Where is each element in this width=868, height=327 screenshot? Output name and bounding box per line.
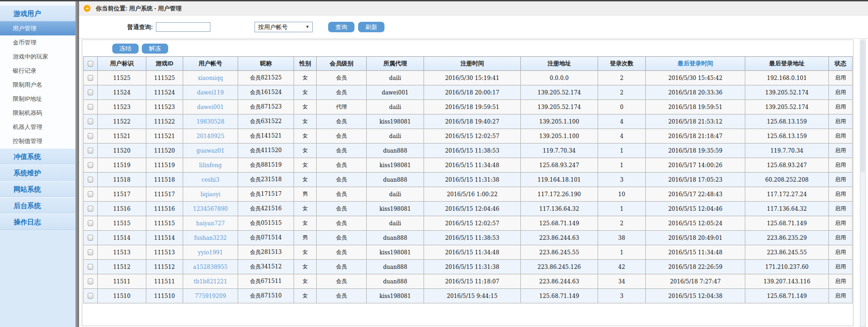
row-checkbox[interactable] [88, 293, 93, 299]
cell-user-account[interactable]: lilinfeng [183, 158, 238, 173]
cell-user-account[interactable]: a152838955 [183, 260, 238, 274]
row-checkbox-cell [84, 100, 98, 114]
user-table-wrap: 用户标识游戏ID用户帐号昵称性别会员级别所属代理注册时间注册地址登录次数最后登录… [83, 56, 852, 303]
cell-agent: duan888 [367, 260, 424, 274]
scrollbar-thumb[interactable] [861, 40, 865, 172]
row-checkbox-cell [84, 71, 98, 85]
cell-user-account[interactable]: fushan3232 [183, 231, 238, 245]
select-all-checkbox[interactable] [88, 61, 93, 67]
row-checkbox[interactable] [88, 89, 93, 95]
cell-status: 启用 [829, 85, 853, 100]
cell-user-id: 11511 [98, 274, 146, 289]
sidebar-item[interactable]: 限制机器码 [0, 106, 75, 120]
refresh-button[interactable]: 刷新 [358, 22, 384, 32]
cell-member-level: 会员 [317, 187, 367, 202]
sidebar-section-header[interactable]: 冲值系统 [0, 148, 75, 164]
row-checkbox[interactable] [88, 162, 93, 168]
cell-user-account[interactable]: 1234567890 [183, 202, 238, 216]
sidebar-section-header[interactable]: 操作日志 [0, 213, 75, 230]
cell-user-account[interactable]: guawaz01 [183, 144, 238, 158]
sidebar-section-header[interactable]: 后台系统 [0, 197, 75, 213]
row-checkbox[interactable] [88, 104, 93, 110]
cell-user-account[interactable]: haiyan727 [183, 216, 238, 231]
cell-user-account[interactable]: yyio1991 [183, 245, 238, 260]
cell-user-account[interactable]: 19830528 [183, 114, 238, 129]
cell-nickname: 会员881519 [238, 158, 294, 173]
cell-user-account[interactable]: 20140925 [183, 129, 238, 144]
freeze-button[interactable]: 冻结 [112, 44, 139, 54]
row-checkbox[interactable] [88, 191, 93, 197]
row-checkbox[interactable] [88, 235, 93, 241]
sidebar-item[interactable]: 用户管理 [0, 21, 75, 35]
cell-last-login-time: 2016/5/18 19:35:59 [646, 144, 745, 158]
cell-user-account[interactable]: 775919209 [183, 289, 238, 303]
sidebar-item[interactable]: 控制值管理 [0, 134, 75, 148]
cell-register-address: 125.68.71.149 [521, 289, 598, 303]
sidebar-item[interactable]: 限制用户名 [0, 78, 75, 92]
cell-last-login-time: 2016/5/15 12:04:38 [646, 289, 745, 303]
cell-last-login-address: 125.68.71.149 [745, 289, 829, 303]
sidebar-item[interactable]: 限制IP地址 [0, 92, 75, 106]
cell-last-login-address: 125.68.93.247 [745, 158, 829, 173]
row-checkbox-cell [84, 158, 98, 173]
cell-game-id: 111512 [146, 260, 183, 274]
sidebar-item[interactable]: 银行记录 [0, 64, 75, 78]
row-checkbox[interactable] [88, 119, 93, 124]
sidebar-section-header[interactable]: 系统维护 [0, 164, 75, 181]
cell-last-login-time: 2016/5/30 15:45:42 [646, 71, 745, 85]
search-button[interactable]: 查询 [328, 22, 354, 32]
cell-game-id: 111520 [146, 144, 183, 158]
cell-user-account[interactable]: dawei001 [183, 100, 238, 114]
row-checkbox[interactable] [88, 206, 93, 212]
cell-gender: 女 [294, 289, 317, 303]
table-row: 11524111524dawei119会员161524女会员dawei00120… [84, 85, 853, 100]
cell-user-account[interactable]: liqiaoyi [183, 187, 238, 202]
cell-user-account[interactable]: dawei119 [183, 85, 238, 100]
row-checkbox[interactable] [88, 75, 93, 81]
cell-register-address: 125.68.93.247 [521, 158, 598, 173]
cell-gender: 女 [294, 274, 317, 289]
cell-gender: 女 [294, 71, 317, 85]
cell-status: 启用 [829, 114, 853, 129]
cell-game-id: 111518 [146, 173, 183, 187]
search-input[interactable] [156, 22, 210, 32]
row-checkbox[interactable] [88, 177, 93, 183]
cell-register-time: 2016/5/15 12:02:57 [424, 216, 521, 231]
cell-login-count: 42 [598, 260, 646, 274]
sidebar-item[interactable]: 金币管理 [0, 35, 75, 50]
sidebar-section-header[interactable]: 游戏用户 [0, 5, 75, 21]
user-table-panel: 冻结 解冻 用户标识游戏ID用户帐号昵称性别会员级别所属代理注册时间注册地址登录… [82, 40, 853, 326]
row-checkbox[interactable] [88, 278, 93, 284]
row-checkbox[interactable] [88, 220, 93, 226]
cell-last-login-time: 2016/5/15 12:04:46 [646, 202, 745, 216]
cell-user-id: 11515 [98, 216, 146, 231]
table-row: 11511111511tb1b821221会员671511女会员duan8882… [84, 274, 853, 289]
cell-nickname: 会员071514 [238, 231, 294, 245]
cell-register-address: 139.205.1.100 [521, 129, 598, 144]
cell-login-count: 3 [598, 173, 646, 187]
sidebar-section-header[interactable]: 网站系统 [0, 181, 75, 197]
row-checkbox[interactable] [88, 264, 93, 270]
row-checkbox[interactable] [88, 148, 93, 154]
cell-gender: 男 [294, 187, 317, 202]
row-checkbox[interactable] [88, 133, 93, 139]
filter-select[interactable]: 按用户帐号 ▼ [254, 22, 313, 32]
cell-user-account[interactable]: xiaomiqq [183, 71, 238, 85]
cell-nickname: 会员871523 [238, 100, 294, 114]
vertical-scrollbar[interactable] [860, 40, 866, 327]
row-checkbox-cell [84, 245, 98, 260]
cell-user-id: 11519 [98, 158, 146, 173]
cell-user-account[interactable]: tb1b821221 [183, 274, 238, 289]
cell-nickname: 会员171517 [238, 187, 294, 202]
sidebar-item[interactable]: 机器人管理 [0, 120, 75, 134]
cell-status: 启用 [829, 71, 853, 85]
column-header[interactable]: 最后登录时间 [646, 57, 745, 71]
sidebar-splitter[interactable] [75, 1, 79, 327]
sidebar-item[interactable]: 游戏中的玩家 [0, 50, 75, 64]
cell-nickname: 会员631522 [238, 114, 294, 129]
row-checkbox-cell [84, 187, 98, 202]
unfreeze-button[interactable]: 解冻 [142, 44, 168, 54]
row-checkbox[interactable] [88, 249, 93, 255]
cell-register-time: 2016/5/18 19:59:51 [424, 100, 521, 114]
cell-user-account[interactable]: ceshi3 [183, 173, 238, 187]
